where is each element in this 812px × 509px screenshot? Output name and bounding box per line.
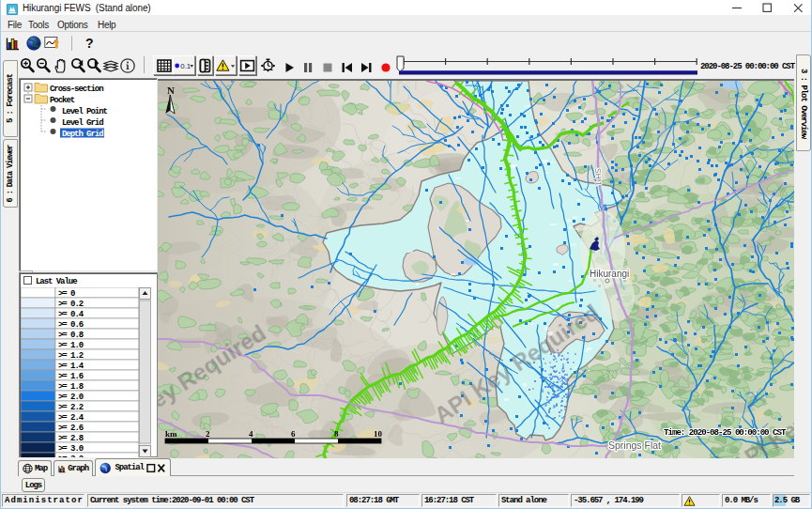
svg-text:>= 0.8: >= 0.8	[58, 331, 84, 340]
svg-text:4: 4	[249, 429, 253, 439]
svg-text:>= 0.4: >= 0.4	[58, 310, 84, 319]
svg-text:Level Grid: Level Grid	[62, 118, 103, 128]
svg-text:N: N	[167, 85, 175, 96]
svg-text:>= 1.4: >= 1.4	[58, 362, 84, 371]
svg-text:10: 10	[374, 429, 383, 439]
svg-text:Hikurangi: Hikurangi	[590, 269, 629, 279]
svg-text:>= 1.0: >= 1.0	[58, 341, 84, 350]
svg-text:Level Point: Level Point	[62, 107, 108, 116]
svg-text:>= 2.0: >= 2.0	[58, 393, 84, 402]
svg-text:>= 3.2: >= 3.2	[58, 455, 84, 457]
svg-text:>= 0.6: >= 0.6	[58, 320, 84, 330]
svg-text:6: 6	[291, 429, 296, 439]
svg-text:>= 2.8: >= 2.8	[58, 434, 84, 443]
svg-text:>= 0.2: >= 0.2	[58, 300, 84, 309]
svg-text:0.1: 0.1	[180, 62, 191, 70]
svg-text:>= 2.4: >= 2.4	[58, 413, 84, 423]
svg-text:km: km	[165, 429, 177, 439]
svg-text:>= 1.8: >= 1.8	[58, 382, 84, 392]
svg-text:>= 2.2: >= 2.2	[58, 403, 84, 412]
svg-text:>= 1.6: >= 1.6	[58, 372, 84, 381]
svg-text:Cross-section: Cross-section	[50, 85, 103, 94]
svg-text:>= 2.6: >= 2.6	[58, 424, 84, 433]
svg-text:>= 3.0: >= 3.0	[58, 444, 84, 454]
svg-text:Time: 2020-08-25 00:00:00 CST: Time: 2020-08-25 00:00:00 CST	[664, 427, 787, 438]
svg-text:Springs Flat: Springs Flat	[608, 440, 661, 451]
svg-text:>= 0: >= 0	[58, 289, 75, 299]
svg-text:8: 8	[334, 429, 339, 439]
svg-text:Depth Grid: Depth Grid	[62, 130, 103, 139]
svg-text:SH 1: SH 1	[593, 168, 604, 187]
svg-text:>= 1.2: >= 1.2	[58, 351, 84, 361]
svg-text:Pocket: Pocket	[50, 96, 75, 105]
svg-text:2: 2	[206, 429, 210, 439]
